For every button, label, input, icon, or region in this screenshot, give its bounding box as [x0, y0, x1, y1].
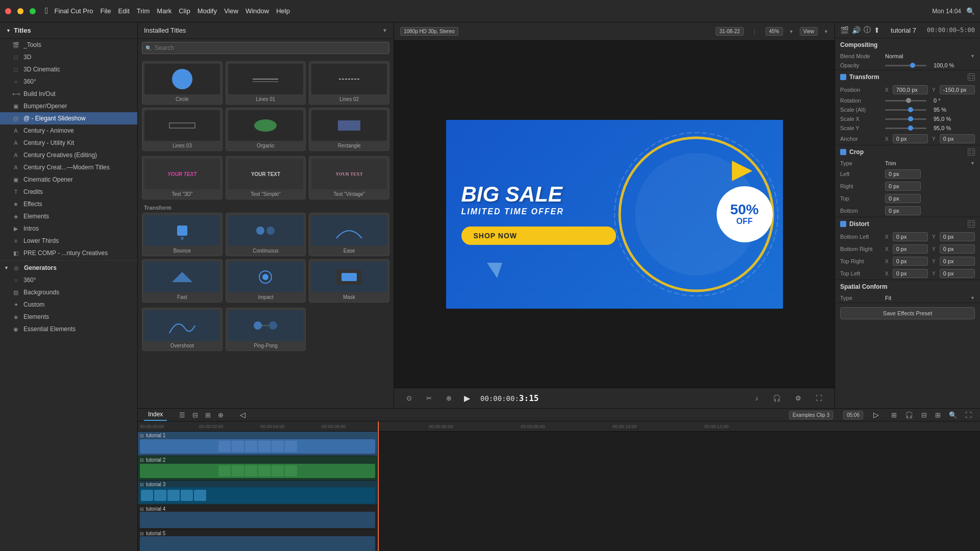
- track3-clips[interactable]: [140, 487, 375, 504]
- tile-textsimple[interactable]: YOUR TEXT Text "Simple": [226, 156, 306, 199]
- blend-mode-value[interactable]: Normal: [885, 53, 966, 59]
- crop-left-value[interactable]: 0 px: [885, 169, 921, 179]
- fullscreen-icon[interactable]: ⛶: [814, 393, 824, 403]
- tile-circle[interactable]: Circle: [142, 61, 223, 105]
- menu-view[interactable]: View: [224, 7, 238, 15]
- tile-lines03[interactable]: Lines 03: [142, 108, 223, 151]
- sidebar-item-3dcinematic[interactable]: □ 3D Cinematic: [0, 63, 137, 76]
- sidebar-item-century-animove[interactable]: A Century - Animove: [0, 124, 137, 137]
- spatial-conform-header[interactable]: Spatial Conform: [835, 280, 980, 293]
- pos-y-value[interactable]: -150,0 px: [940, 85, 975, 94]
- scale-all-slider[interactable]: [885, 109, 926, 111]
- timeline-nav-right-icon[interactable]: ▷: [873, 411, 879, 419]
- sidebar-item-precomp[interactable]: ◧ PRE COMP - ...ntury Creatives: [0, 247, 137, 259]
- scale-y-slider[interactable]: [885, 128, 926, 129]
- anchor-y-value[interactable]: 0 px: [940, 134, 975, 143]
- distort-tl-y-value[interactable]: 0 px: [940, 269, 975, 278]
- menu-clip[interactable]: Clip: [179, 7, 190, 15]
- crop-bottom-value[interactable]: 0 px: [885, 206, 921, 215]
- crop-checkbox[interactable]: [840, 149, 846, 155]
- audio-btn[interactable]: ⊞: [889, 410, 899, 420]
- sidebar-item-essential-elements[interactable]: ◉ Essential Elements: [0, 323, 137, 335]
- crop-top-value[interactable]: 0 px: [885, 194, 921, 203]
- crop-header[interactable]: Crop ⛶: [835, 145, 980, 159]
- scale-all-thumb[interactable]: [908, 107, 913, 112]
- transform-checkbox[interactable]: [840, 74, 846, 80]
- anchor-x-value[interactable]: 0 px: [893, 134, 928, 143]
- rotation-thumb[interactable]: [906, 98, 911, 103]
- tile-overshoot[interactable]: Overshoot: [142, 308, 223, 351]
- menu-edit[interactable]: Edit: [118, 7, 129, 15]
- menu-finalcutpro[interactable]: Final Cut Pro: [55, 7, 93, 15]
- clip-icon-left[interactable]: ⊙: [404, 393, 414, 403]
- sidebar-generators-section[interactable]: ▼ ◎ Generators: [0, 262, 137, 274]
- scale-y-thumb[interactable]: [908, 126, 913, 131]
- trim-icon[interactable]: ✂: [424, 393, 434, 403]
- play-button[interactable]: ▶: [464, 393, 470, 403]
- pos-x-value[interactable]: 700,0 px: [893, 85, 928, 94]
- tile-mask[interactable]: Mask: [309, 259, 389, 303]
- settings-icon[interactable]: ⚙: [793, 393, 803, 403]
- track4-clips[interactable]: [140, 512, 375, 528]
- sidebar-item-century-utility[interactable]: A Century - Utility Kit: [0, 137, 137, 149]
- sidebar-item-intros[interactable]: ▶ Intros: [0, 222, 137, 235]
- fullscreen-button[interactable]: [30, 8, 36, 14]
- menu-modify[interactable]: Modify: [198, 7, 217, 15]
- scale-x-slider[interactable]: [885, 118, 926, 120]
- tile-rectangle[interactable]: Rectangle: [309, 108, 389, 151]
- info-icon[interactable]: ⓘ: [864, 26, 871, 35]
- tile-impact[interactable]: Impact: [226, 259, 306, 303]
- tile-lines02[interactable]: Lines 02: [309, 61, 389, 105]
- zoom-in-btn[interactable]: 🔍: [947, 410, 959, 420]
- sidebar-item-elegant-slideshow[interactable]: @ @ - Elegant Slideshow: [0, 112, 137, 124]
- minimize-button[interactable]: [17, 8, 23, 14]
- expand-btn[interactable]: ⛶: [963, 410, 974, 420]
- sidebar-item-elements[interactable]: ◈ Elements: [0, 210, 137, 222]
- tile-ease[interactable]: Ease: [309, 213, 389, 256]
- track1-clip-strip[interactable]: [140, 439, 375, 454]
- crop-link-icon[interactable]: ⛶: [968, 148, 975, 156]
- sidebar-item-3d[interactable]: □ 3D: [0, 51, 137, 63]
- distort-tl-x-value[interactable]: 0 px: [893, 269, 928, 278]
- distort-tr-x-value[interactable]: 0 px: [893, 257, 928, 266]
- sidebar-item-lowerthirds[interactable]: ≡ Lower Thirds: [0, 235, 137, 247]
- sidebar-item-custom[interactable]: ✦ Custom: [0, 298, 137, 311]
- transform-header[interactable]: Transform ⛶: [835, 70, 980, 84]
- distort-checkbox[interactable]: [840, 221, 846, 227]
- tab-index[interactable]: Index: [144, 409, 167, 421]
- scale-x-thumb[interactable]: [908, 116, 913, 121]
- video-inspector-icon[interactable]: 🎬: [840, 26, 849, 34]
- sidebar-item-effects[interactable]: ★ Effects: [0, 198, 137, 210]
- track5-clips[interactable]: [140, 536, 375, 551]
- search-icon[interactable]: 🔍: [966, 7, 975, 15]
- crop-type-value[interactable]: Trim: [885, 160, 966, 166]
- sidebar-item-tools[interactable]: 🎬 _Tools: [0, 39, 137, 51]
- timeline-arrow-icon[interactable]: ◁: [240, 411, 246, 419]
- sidebar-item-century-modern[interactable]: A Century Creat...—Modern Titles: [0, 161, 137, 173]
- distort-link-icon[interactable]: ⛶: [968, 220, 975, 228]
- sidebar-item-bumperopener[interactable]: ▣ Bumper/Opener: [0, 100, 137, 112]
- tile-text3d[interactable]: YOUR TEXT Text "3D": [142, 156, 223, 199]
- mark-icon[interactable]: ⊕: [444, 393, 454, 403]
- sidebar-item-360[interactable]: ○ 360°: [0, 76, 137, 88]
- opacity-slider[interactable]: [885, 65, 926, 66]
- distort-bl-y-value[interactable]: 0 px: [940, 232, 975, 241]
- tile-pingpong[interactable]: Ping-Pong: [226, 308, 306, 351]
- share-icon[interactable]: ⬆: [874, 26, 880, 34]
- search-input[interactable]: [142, 42, 389, 54]
- menu-mark[interactable]: Mark: [157, 7, 172, 15]
- view-button[interactable]: View: [800, 27, 818, 36]
- tile-bounce[interactable]: Bounce: [142, 213, 223, 256]
- zoom-select[interactable]: 45%: [766, 27, 783, 36]
- distort-header[interactable]: Distort ⛶: [835, 217, 980, 231]
- tile-lines01[interactable]: Lines 01: [226, 61, 306, 105]
- menu-help[interactable]: Help: [276, 7, 290, 15]
- timeline-clip-icon[interactable]: ⊟: [190, 410, 200, 420]
- sidebar-item-credits[interactable]: T Credits: [0, 186, 137, 198]
- menu-file[interactable]: File: [100, 7, 111, 15]
- tile-textvintage[interactable]: YOUR TEXT Text "Vintage": [309, 156, 389, 199]
- sidebar-item-gen-360[interactable]: ○ 360°: [0, 274, 137, 286]
- distort-br-y-value[interactable]: 0 px: [940, 244, 975, 254]
- transform-link-icon[interactable]: ⛶: [968, 73, 975, 81]
- tile-organic[interactable]: Organic: [226, 108, 306, 151]
